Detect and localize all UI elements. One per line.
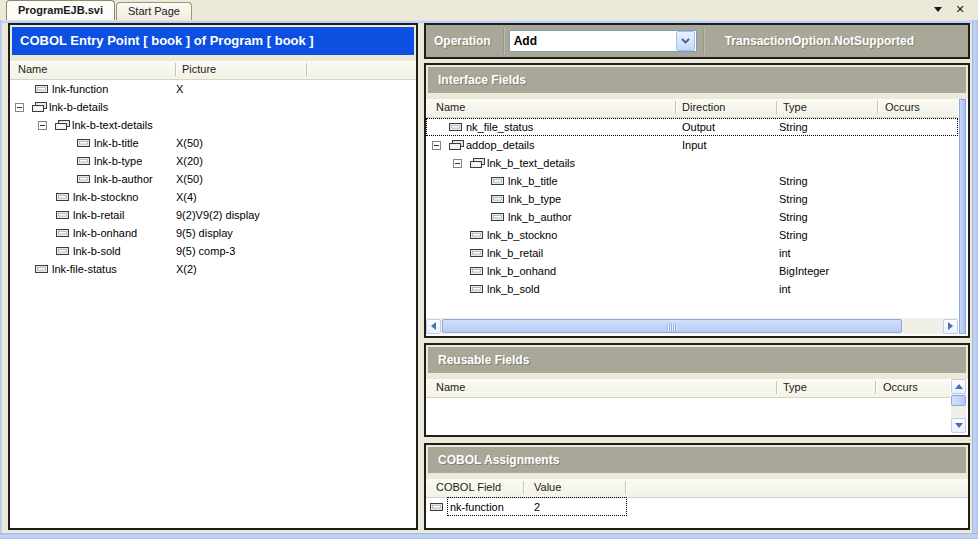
column-header-type[interactable]: Type <box>783 101 807 113</box>
column-resizer[interactable] <box>877 101 879 114</box>
type-value: String <box>779 118 808 136</box>
reusable-fields-empty-body <box>426 398 968 435</box>
reusable-fields-header-row: Name Type Occurs <box>426 379 950 398</box>
operation-select[interactable]: Add <box>509 30 697 52</box>
vertical-scrollbar[interactable] <box>951 379 966 433</box>
window-frame[interactable] <box>0 533 978 539</box>
column-header-occurs[interactable]: Occurs <box>885 101 920 113</box>
tree-row[interactable]: lnk-file-statusX(2) <box>10 260 416 278</box>
field-icon <box>77 170 90 188</box>
assignment-row[interactable]: nk-function2 <box>426 498 968 516</box>
tree-row[interactable]: lnk_b_soldint <box>426 280 958 298</box>
tree-row[interactable]: lnk-b-typeX(20) <box>10 152 416 170</box>
tree-row[interactable]: lnk-b-retail9(2)V9(2) display <box>10 206 416 224</box>
tree-row[interactable]: lnk_b_retailint <box>426 244 958 262</box>
field-icon <box>35 260 48 278</box>
column-resizer[interactable] <box>306 63 308 76</box>
tree-row[interactable]: lnk-b-authorX(50) <box>10 170 416 188</box>
tree-row[interactable]: lnk_b_authorString <box>426 208 958 226</box>
collapse-toggle[interactable] <box>432 136 441 154</box>
column-header-cobol-field[interactable]: COBOL Field <box>436 481 501 493</box>
tree-row[interactable]: lnk_b_titleString <box>426 172 958 190</box>
operation-label: Operation <box>426 34 503 48</box>
scrollbar-thumb[interactable] <box>951 395 966 406</box>
column-header-value[interactable]: Value <box>534 481 561 493</box>
scroll-right-icon[interactable] <box>943 319 958 334</box>
type-value: String <box>779 172 808 190</box>
reusable-fields-panel: Reusable Fields Name Type Occurs <box>424 343 970 437</box>
type-value: String <box>779 190 808 208</box>
close-icon[interactable]: ✕ <box>954 3 966 15</box>
field-icon <box>56 242 69 260</box>
column-resizer[interactable] <box>625 481 627 494</box>
field-name: lnk_b_retail <box>487 244 543 262</box>
tab-strip: ProgramEJB.svi Start Page <box>6 0 193 20</box>
scrollbar-track[interactable] <box>951 406 966 418</box>
column-header-type[interactable]: Type <box>783 381 807 393</box>
tree-row[interactable]: lnk-b-text-details <box>10 116 416 134</box>
window-frame[interactable] <box>972 20 978 539</box>
collapse-toggle[interactable] <box>38 116 47 134</box>
window-frame <box>0 20 2 539</box>
tree-row[interactable]: lnk_b_onhandBigInteger <box>426 262 958 280</box>
tree-row[interactable]: lnk-b-stocknoX(4) <box>10 188 416 206</box>
collapse-toggle[interactable] <box>453 154 462 172</box>
column-header-name[interactable]: Name <box>436 101 465 113</box>
column-resizer[interactable] <box>875 381 877 394</box>
group-icon <box>449 136 464 154</box>
field-name: lnk-b-type <box>94 152 142 170</box>
scrollbar-thumb[interactable] <box>442 319 902 333</box>
operation-selected-value: Add <box>510 34 675 48</box>
column-header-picture[interactable]: Picture <box>182 63 216 75</box>
column-resizer[interactable] <box>776 381 778 394</box>
scroll-down-icon[interactable] <box>951 418 966 433</box>
type-value: String <box>779 226 808 244</box>
tree-row[interactable]: addop_detailsInput <box>426 136 958 154</box>
field-name: lnk_b_stockno <box>487 226 557 244</box>
column-header-name[interactable]: Name <box>18 63 47 75</box>
field-name: addop_details <box>466 136 535 154</box>
column-resizer[interactable] <box>675 101 677 114</box>
cobol-assignments-header-row: COBOL Field Value <box>426 479 968 498</box>
column-resizer[interactable] <box>175 63 177 76</box>
field-icon <box>470 244 483 262</box>
direction-value: Output <box>682 118 715 136</box>
column-header-occurs[interactable]: Occurs <box>883 381 918 393</box>
vertical-scrollbar[interactable] <box>959 99 966 334</box>
column-resizer[interactable] <box>776 101 778 114</box>
tab-start-page[interactable]: Start Page <box>116 2 192 20</box>
column-resizer[interactable] <box>523 481 525 494</box>
tree-row[interactable]: lnk_b_text_details <box>426 154 958 172</box>
scroll-up-icon[interactable] <box>951 379 966 394</box>
tree-row[interactable]: lnk-b-titleX(50) <box>10 134 416 152</box>
operation-bar: Operation Add TransactionOption.NotSuppo… <box>424 23 970 59</box>
tab-programejb[interactable]: ProgramEJB.svi <box>6 0 115 20</box>
field-icon <box>470 280 483 298</box>
tree-row[interactable]: lnk-b-details <box>10 98 416 116</box>
tree-row[interactable]: nk_file_statusOutputString <box>426 118 958 136</box>
field-icon <box>35 80 48 98</box>
tree-row[interactable]: lnk_b_stocknoString <box>426 226 958 244</box>
field-icon <box>430 498 443 516</box>
cobol-assignments-panel: COBOL Assignments COBOL Field Value nk-f… <box>424 443 970 530</box>
tree-row[interactable]: lnk-functionX <box>10 80 416 98</box>
assignment-edit-box[interactable]: nk-function2 <box>448 498 626 515</box>
tab-list-chevron-icon[interactable] <box>932 3 944 15</box>
interface-fields-table: Name Direction Type Occurs nk_file_statu… <box>426 99 968 336</box>
group-icon <box>470 154 485 172</box>
horizontal-scrollbar[interactable] <box>426 318 958 334</box>
combo-dropdown-button[interactable] <box>676 31 695 51</box>
assignment-value[interactable]: 2 <box>534 501 540 513</box>
field-icon <box>56 206 69 224</box>
column-header-name[interactable]: Name <box>436 381 465 393</box>
picture-value: 9(5) display <box>176 224 233 242</box>
collapse-toggle[interactable] <box>15 98 24 116</box>
column-header-direction[interactable]: Direction <box>682 101 725 113</box>
cobol-entry-point-panel: COBOL Entry Point [ book ] of Program [ … <box>8 23 418 530</box>
cobol-assignments-title: COBOL Assignments <box>428 447 966 473</box>
tree-row[interactable]: lnk-b-sold9(5) comp-3 <box>10 242 416 260</box>
tree-row[interactable]: lnk_b_typeString <box>426 190 958 208</box>
tree-row[interactable]: lnk-b-onhand9(5) display <box>10 224 416 242</box>
field-icon <box>470 226 483 244</box>
scroll-left-icon[interactable] <box>426 319 441 334</box>
